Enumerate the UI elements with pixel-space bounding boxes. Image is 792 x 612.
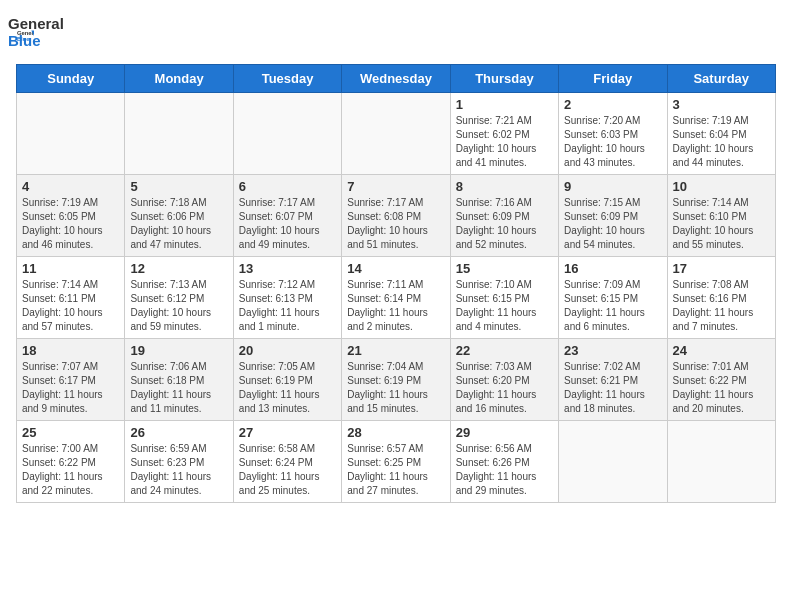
day-info: Sunrise: 6:59 AM Sunset: 6:23 PM Dayligh…	[130, 442, 227, 498]
day-info: Sunrise: 7:17 AM Sunset: 6:08 PM Dayligh…	[347, 196, 444, 252]
calendar-cell: 22Sunrise: 7:03 AM Sunset: 6:20 PM Dayli…	[450, 339, 558, 421]
day-number: 3	[673, 97, 770, 112]
day-info: Sunrise: 6:58 AM Sunset: 6:24 PM Dayligh…	[239, 442, 336, 498]
calendar-cell	[17, 93, 125, 175]
day-number: 28	[347, 425, 444, 440]
day-number: 8	[456, 179, 553, 194]
day-info: Sunrise: 7:15 AM Sunset: 6:09 PM Dayligh…	[564, 196, 661, 252]
day-number: 6	[239, 179, 336, 194]
day-info: Sunrise: 7:07 AM Sunset: 6:17 PM Dayligh…	[22, 360, 119, 416]
day-info: Sunrise: 7:11 AM Sunset: 6:14 PM Dayligh…	[347, 278, 444, 334]
day-info: Sunrise: 7:10 AM Sunset: 6:15 PM Dayligh…	[456, 278, 553, 334]
calendar-cell: 3Sunrise: 7:19 AM Sunset: 6:04 PM Daylig…	[667, 93, 775, 175]
calendar-cell: 19Sunrise: 7:06 AM Sunset: 6:18 PM Dayli…	[125, 339, 233, 421]
day-info: Sunrise: 7:12 AM Sunset: 6:13 PM Dayligh…	[239, 278, 336, 334]
calendar-cell: 2Sunrise: 7:20 AM Sunset: 6:03 PM Daylig…	[559, 93, 667, 175]
day-number: 14	[347, 261, 444, 276]
day-info: Sunrise: 7:02 AM Sunset: 6:21 PM Dayligh…	[564, 360, 661, 416]
calendar-cell: 4Sunrise: 7:19 AM Sunset: 6:05 PM Daylig…	[17, 175, 125, 257]
day-number: 23	[564, 343, 661, 358]
calendar-cell: 18Sunrise: 7:07 AM Sunset: 6:17 PM Dayli…	[17, 339, 125, 421]
calendar-cell: 10Sunrise: 7:14 AM Sunset: 6:10 PM Dayli…	[667, 175, 775, 257]
logo-general: General	[8, 16, 64, 33]
calendar-cell: 12Sunrise: 7:13 AM Sunset: 6:12 PM Dayli…	[125, 257, 233, 339]
day-number: 15	[456, 261, 553, 276]
calendar-cell: 17Sunrise: 7:08 AM Sunset: 6:16 PM Dayli…	[667, 257, 775, 339]
day-number: 19	[130, 343, 227, 358]
week-row-1: 1Sunrise: 7:21 AM Sunset: 6:02 PM Daylig…	[17, 93, 776, 175]
day-info: Sunrise: 7:14 AM Sunset: 6:10 PM Dayligh…	[673, 196, 770, 252]
day-info: Sunrise: 7:06 AM Sunset: 6:18 PM Dayligh…	[130, 360, 227, 416]
week-row-3: 11Sunrise: 7:14 AM Sunset: 6:11 PM Dayli…	[17, 257, 776, 339]
day-info: Sunrise: 7:13 AM Sunset: 6:12 PM Dayligh…	[130, 278, 227, 334]
weekday-header-friday: Friday	[559, 65, 667, 93]
calendar-cell	[559, 421, 667, 503]
weekday-header-wednesday: Wednesday	[342, 65, 450, 93]
day-info: Sunrise: 7:05 AM Sunset: 6:19 PM Dayligh…	[239, 360, 336, 416]
page: General Blue General Blue SundayMondayTu…	[0, 0, 792, 515]
calendar-cell: 8Sunrise: 7:16 AM Sunset: 6:09 PM Daylig…	[450, 175, 558, 257]
day-info: Sunrise: 7:21 AM Sunset: 6:02 PM Dayligh…	[456, 114, 553, 170]
header: General Blue General Blue	[16, 16, 776, 54]
calendar-cell	[125, 93, 233, 175]
calendar-cell: 25Sunrise: 7:00 AM Sunset: 6:22 PM Dayli…	[17, 421, 125, 503]
day-info: Sunrise: 7:03 AM Sunset: 6:20 PM Dayligh…	[456, 360, 553, 416]
calendar-cell: 24Sunrise: 7:01 AM Sunset: 6:22 PM Dayli…	[667, 339, 775, 421]
day-number: 27	[239, 425, 336, 440]
day-info: Sunrise: 7:17 AM Sunset: 6:07 PM Dayligh…	[239, 196, 336, 252]
day-number: 24	[673, 343, 770, 358]
calendar-cell: 29Sunrise: 6:56 AM Sunset: 6:26 PM Dayli…	[450, 421, 558, 503]
weekday-header-saturday: Saturday	[667, 65, 775, 93]
day-number: 25	[22, 425, 119, 440]
calendar-cell: 27Sunrise: 6:58 AM Sunset: 6:24 PM Dayli…	[233, 421, 341, 503]
weekday-header-sunday: Sunday	[17, 65, 125, 93]
day-info: Sunrise: 7:19 AM Sunset: 6:04 PM Dayligh…	[673, 114, 770, 170]
weekday-header-row: SundayMondayTuesdayWednesdayThursdayFrid…	[17, 65, 776, 93]
day-info: Sunrise: 6:57 AM Sunset: 6:25 PM Dayligh…	[347, 442, 444, 498]
weekday-header-monday: Monday	[125, 65, 233, 93]
calendar-cell: 7Sunrise: 7:17 AM Sunset: 6:08 PM Daylig…	[342, 175, 450, 257]
day-info: Sunrise: 7:04 AM Sunset: 6:19 PM Dayligh…	[347, 360, 444, 416]
calendar-cell	[342, 93, 450, 175]
day-number: 17	[673, 261, 770, 276]
week-row-4: 18Sunrise: 7:07 AM Sunset: 6:17 PM Dayli…	[17, 339, 776, 421]
calendar-cell: 23Sunrise: 7:02 AM Sunset: 6:21 PM Dayli…	[559, 339, 667, 421]
day-number: 11	[22, 261, 119, 276]
calendar-cell: 28Sunrise: 6:57 AM Sunset: 6:25 PM Dayli…	[342, 421, 450, 503]
day-info: Sunrise: 7:16 AM Sunset: 6:09 PM Dayligh…	[456, 196, 553, 252]
calendar-cell: 15Sunrise: 7:10 AM Sunset: 6:15 PM Dayli…	[450, 257, 558, 339]
day-info: Sunrise: 7:08 AM Sunset: 6:16 PM Dayligh…	[673, 278, 770, 334]
day-number: 12	[130, 261, 227, 276]
calendar-cell: 14Sunrise: 7:11 AM Sunset: 6:14 PM Dayli…	[342, 257, 450, 339]
week-row-2: 4Sunrise: 7:19 AM Sunset: 6:05 PM Daylig…	[17, 175, 776, 257]
calendar-cell: 26Sunrise: 6:59 AM Sunset: 6:23 PM Dayli…	[125, 421, 233, 503]
day-info: Sunrise: 7:20 AM Sunset: 6:03 PM Dayligh…	[564, 114, 661, 170]
day-number: 26	[130, 425, 227, 440]
day-info: Sunrise: 7:18 AM Sunset: 6:06 PM Dayligh…	[130, 196, 227, 252]
calendar-cell: 20Sunrise: 7:05 AM Sunset: 6:19 PM Dayli…	[233, 339, 341, 421]
day-number: 13	[239, 261, 336, 276]
calendar-cell	[233, 93, 341, 175]
day-info: Sunrise: 7:01 AM Sunset: 6:22 PM Dayligh…	[673, 360, 770, 416]
calendar-cell	[667, 421, 775, 503]
day-number: 21	[347, 343, 444, 358]
day-info: Sunrise: 7:19 AM Sunset: 6:05 PM Dayligh…	[22, 196, 119, 252]
day-number: 10	[673, 179, 770, 194]
week-row-5: 25Sunrise: 7:00 AM Sunset: 6:22 PM Dayli…	[17, 421, 776, 503]
day-number: 16	[564, 261, 661, 276]
calendar-cell: 9Sunrise: 7:15 AM Sunset: 6:09 PM Daylig…	[559, 175, 667, 257]
logo: General Blue General Blue	[16, 16, 64, 54]
calendar-cell: 16Sunrise: 7:09 AM Sunset: 6:15 PM Dayli…	[559, 257, 667, 339]
day-number: 1	[456, 97, 553, 112]
day-number: 20	[239, 343, 336, 358]
day-number: 5	[130, 179, 227, 194]
day-number: 29	[456, 425, 553, 440]
day-number: 9	[564, 179, 661, 194]
weekday-header-tuesday: Tuesday	[233, 65, 341, 93]
weekday-header-thursday: Thursday	[450, 65, 558, 93]
day-number: 2	[564, 97, 661, 112]
day-number: 7	[347, 179, 444, 194]
calendar-cell: 11Sunrise: 7:14 AM Sunset: 6:11 PM Dayli…	[17, 257, 125, 339]
day-info: Sunrise: 7:00 AM Sunset: 6:22 PM Dayligh…	[22, 442, 119, 498]
calendar-cell: 13Sunrise: 7:12 AM Sunset: 6:13 PM Dayli…	[233, 257, 341, 339]
